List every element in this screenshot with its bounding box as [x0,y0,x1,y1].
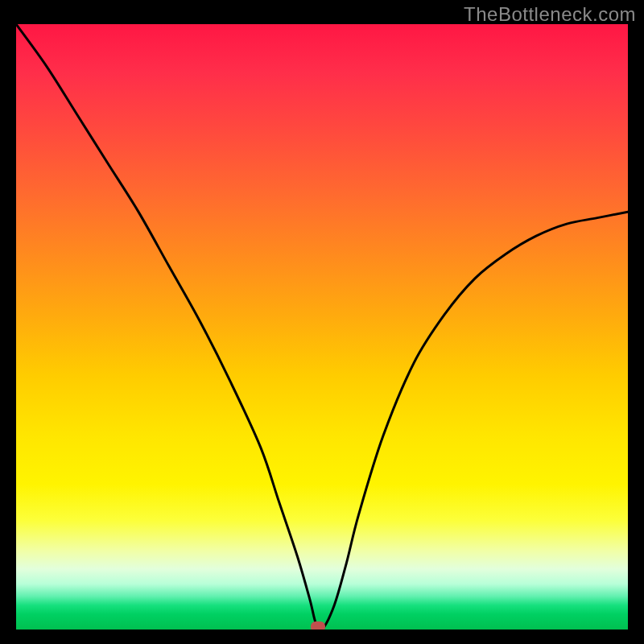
minimum-marker [311,621,325,630]
watermark-text: TheBottleneck.com [464,3,636,26]
bottleneck-curve [16,24,628,630]
plot-area [16,24,628,630]
chart-frame: TheBottleneck.com [0,0,644,644]
